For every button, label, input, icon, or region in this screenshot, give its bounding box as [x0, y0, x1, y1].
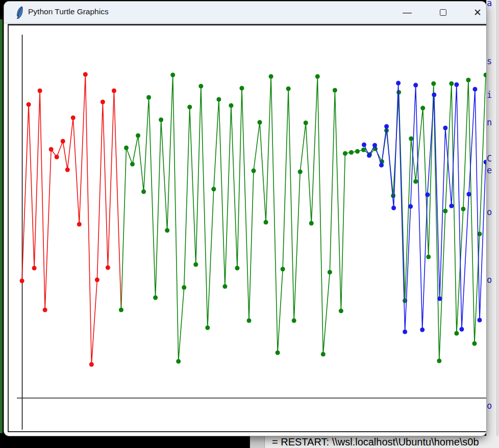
code-text-fragment: a: [487, 0, 492, 8]
minimize-icon: —: [403, 7, 412, 18]
data-point: [304, 121, 308, 125]
data-point: [372, 143, 377, 148]
data-point: [205, 326, 210, 330]
data-point: [229, 103, 233, 108]
series-red: [20, 72, 116, 367]
close-icon: ✕: [473, 7, 482, 18]
series-green: [119, 73, 486, 364]
data-point: [461, 207, 465, 212]
data-point: [101, 100, 105, 104]
data-point: [269, 74, 273, 79]
data-point: [222, 284, 227, 289]
data-point: [286, 87, 291, 91]
data-point: [71, 116, 76, 120]
data-point: [38, 89, 42, 93]
data-point: [409, 137, 413, 141]
data-point: [420, 328, 425, 332]
data-point: [106, 266, 110, 270]
data-point: [403, 330, 407, 334]
data-point: [367, 153, 371, 158]
data-point: [443, 209, 447, 214]
data-point: [292, 319, 296, 323]
data-point: [83, 72, 88, 77]
data-point: [483, 160, 486, 165]
data-point: [449, 82, 454, 86]
data-point: [466, 78, 470, 83]
data-point: [391, 194, 395, 198]
code-text-fragment: n: [487, 117, 492, 127]
code-text-fragment: o: [487, 275, 492, 285]
data-point: [426, 255, 431, 259]
data-point: [333, 88, 337, 93]
data-point: [112, 89, 116, 93]
data-point: [95, 278, 99, 282]
desktop: asinCeooo = RESTART: \\wsl.localhost\Ubu…: [0, 0, 499, 448]
data-point: [170, 73, 175, 77]
data-point: [130, 162, 135, 167]
data-point: [20, 279, 24, 283]
series-blue-line: [364, 83, 486, 332]
data-point: [408, 204, 413, 209]
series-connector: [114, 91, 121, 310]
minimize-button[interactable]: —: [396, 2, 418, 23]
code-text-fragment: s: [487, 56, 492, 66]
python-feather-icon: [15, 6, 24, 19]
data-point: [61, 139, 65, 144]
data-point: [165, 228, 169, 233]
data-point: [443, 126, 447, 130]
data-point: [281, 267, 285, 272]
data-point: [454, 83, 459, 87]
data-point: [413, 83, 418, 88]
data-point: [246, 319, 251, 323]
data-point: [43, 308, 47, 312]
data-point: [89, 362, 94, 367]
data-point: [472, 341, 477, 346]
data-point: [258, 120, 262, 125]
data-point: [413, 179, 418, 184]
background-green-sliver: [0, 19, 3, 433]
series-green-line: [121, 75, 486, 361]
data-point: [321, 352, 326, 357]
data-point: [315, 74, 320, 79]
idle-scrollbar-edge: [496, 0, 499, 448]
data-point: [459, 327, 464, 332]
data-point: [454, 331, 459, 336]
data-point: [211, 187, 216, 192]
data-point: [328, 270, 332, 275]
data-point: [437, 359, 441, 363]
maximize-button[interactable]: [432, 2, 454, 23]
data-point: [216, 97, 221, 102]
data-point: [32, 266, 37, 271]
data-point: [449, 204, 454, 208]
data-point: [437, 297, 442, 301]
data-point: [124, 146, 129, 150]
data-point: [176, 359, 181, 364]
data-point: [362, 143, 366, 147]
data-point: [146, 95, 151, 100]
series-red-line: [22, 74, 114, 364]
data-point: [252, 169, 256, 173]
data-point: [472, 87, 477, 92]
code-text-fragment: e: [487, 165, 492, 175]
data-point: [49, 147, 54, 152]
data-point: [379, 163, 384, 168]
data-point: [119, 308, 123, 312]
title-bar[interactable]: Python Turtle Graphics — ✕: [4, 2, 486, 23]
data-point: [77, 222, 82, 227]
data-point: [153, 296, 158, 300]
data-point: [235, 266, 239, 271]
background-idle-shell-strip: = RESTART: \\wsl.localhost\Ubuntu\home\s…: [249, 436, 499, 448]
close-button[interactable]: ✕: [467, 2, 486, 23]
shell-restart-text: = RESTART: \\wsl.localhost\Ubuntu\home\s…: [272, 436, 479, 448]
data-point: [361, 148, 366, 152]
window-title: Python Turtle Graphics: [28, 7, 109, 16]
data-point: [339, 309, 343, 313]
data-point: [193, 262, 198, 267]
data-point: [239, 86, 244, 91]
data-point: [264, 220, 268, 225]
background-idle-window-right: asinCeooo: [486, 0, 499, 448]
data-point: [466, 192, 471, 197]
data-point: [396, 81, 401, 86]
window-content: [4, 23, 486, 436]
data-point: [55, 155, 59, 160]
